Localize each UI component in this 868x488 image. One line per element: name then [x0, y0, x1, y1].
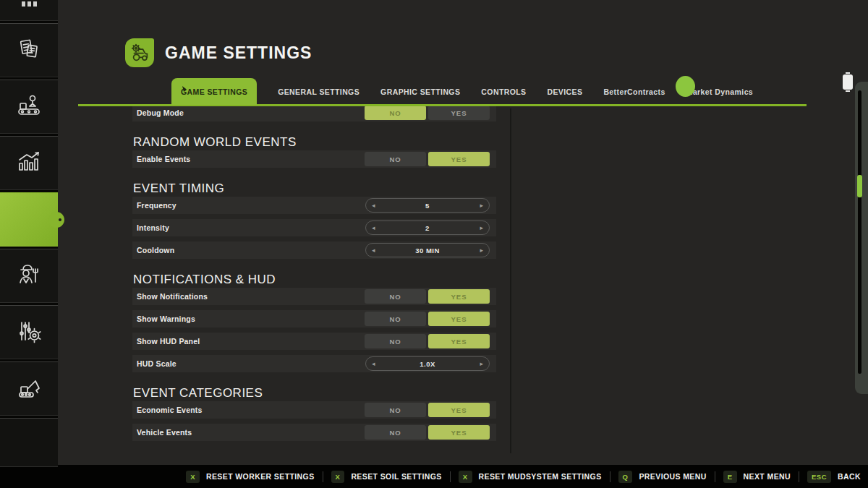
stepper-decrease-icon[interactable]: ◂ [372, 356, 375, 371]
setting-label: Frequency [137, 201, 176, 210]
sidebar-item-excavator[interactable] [0, 361, 58, 416]
stepper-value: 30 MIN [415, 247, 440, 254]
sidebar-item-farmer[interactable] [0, 249, 58, 303]
settings-row[interactable]: Cooldown◂30 MIN▸ [132, 241, 496, 259]
value-stepper: ◂2▸ [365, 221, 490, 235]
settings-row[interactable]: Frequency◂5▸ [132, 197, 496, 214]
settings-row[interactable]: Show WarningsNOYES [132, 310, 496, 328]
stepper-value: 5 [425, 202, 430, 210]
setting-label: Show HUD Panel [137, 337, 200, 346]
sidebar-item-menu-fragment[interactable] [0, 0, 58, 21]
action-previous-menu[interactable]: QPREVIOUS MENU [618, 471, 707, 483]
active-marker-dot [59, 218, 61, 221]
stepper-control: ◂2▸ [365, 221, 490, 235]
excavator-icon [13, 372, 45, 406]
toggle-control: NOYES [365, 312, 490, 326]
sidebar-item-active[interactable] [0, 192, 58, 247]
stepper-control: ◂30 MIN▸ [365, 243, 490, 257]
stepper-increase-icon[interactable]: ▸ [480, 356, 483, 371]
tractor-gear-icon [125, 38, 154, 67]
documents-icon [13, 33, 45, 68]
toggle-no-button[interactable]: NO [365, 312, 426, 326]
toggle-no-button[interactable]: NO [365, 152, 426, 166]
production-icon [13, 90, 45, 124]
stepper-decrease-icon[interactable]: ◂ [372, 198, 375, 213]
action-reset-soil-settings[interactable]: XRESET SOIL SETTINGS [331, 471, 442, 483]
value-stepper: ◂5▸ [365, 198, 490, 213]
stepper-decrease-icon[interactable]: ◂ [372, 243, 375, 257]
action-back[interactable]: ESCBACK [807, 471, 861, 483]
toggle-control: NOYES [365, 289, 490, 304]
edge-scrollbar-thumb[interactable] [857, 175, 862, 197]
panel-scrollbar[interactable] [510, 108, 511, 453]
settings-row[interactable]: Economic EventsNOYES [132, 401, 496, 419]
sidebar-item-statistics[interactable] [0, 136, 58, 190]
stepper-increase-icon[interactable]: ▸ [480, 221, 483, 235]
section-header: RANDOM WORLD EVENTS [133, 134, 496, 150]
toggle-yes-button[interactable]: YES [428, 334, 490, 348]
action-label: RESET WORKER SETTINGS [206, 472, 315, 481]
toggle-yes-button[interactable]: YES [428, 106, 490, 120]
tab-devices[interactable]: DEVICES [547, 87, 582, 96]
statistics-icon [13, 146, 45, 181]
settings-row[interactable]: Vehicle EventsNOYES [132, 424, 496, 441]
toggle-no-button[interactable]: NO [365, 289, 426, 304]
sidebar [0, 0, 58, 465]
stepper-increase-icon[interactable]: ▸ [480, 243, 483, 257]
divider [799, 471, 799, 482]
stepper-value: 2 [425, 224, 430, 232]
action-label: BACK [838, 472, 861, 481]
tab-general-settings[interactable]: GENERAL SETTINGS [278, 87, 359, 96]
farmer-icon [13, 259, 45, 294]
divider [323, 471, 323, 482]
tab-graphic-settings[interactable]: GRAPHIC SETTINGS [380, 87, 460, 96]
action-next-menu[interactable]: ENEXT MENU [723, 471, 791, 483]
key-badge: X [331, 471, 345, 483]
toggle-yes-button[interactable]: YES [428, 403, 490, 417]
toggle-yes-button[interactable]: YES [428, 312, 490, 326]
toggle-yes-button[interactable]: YES [428, 425, 490, 440]
setting-label: Enable Events [137, 155, 190, 163]
settings-row[interactable]: Intensity◂2▸ [132, 219, 496, 236]
tab-market-dynamics[interactable]: Market Dynamics [686, 87, 753, 96]
settings-panel: Debug ModeNOYESRANDOM WORLD EVENTSEnable… [132, 106, 496, 460]
tab-bettercontracts[interactable]: BetterContracts [603, 87, 665, 96]
page-title: GAME SETTINGS [165, 43, 312, 63]
tab-game-settings[interactable]: GAME SETTINGS [171, 78, 257, 105]
stepper-value: 1.0X [420, 360, 435, 368]
action-reset-mudsystem-settings[interactable]: XRESET MUDSYSTEM SETTINGS [459, 471, 602, 483]
toggle-control: NOYES [365, 106, 490, 120]
toggle-control: NOYES [365, 152, 490, 166]
divider [715, 471, 715, 482]
sidebar-item-production[interactable] [0, 80, 58, 134]
toggle-no-button[interactable]: NO [365, 425, 426, 440]
value-stepper: ◂1.0X▸ [365, 356, 490, 371]
divider [450, 471, 451, 482]
toggle-control: NOYES [365, 403, 490, 417]
action-reset-worker-settings[interactable]: XRESET WORKER SETTINGS [186, 471, 314, 483]
toggle-no-button[interactable]: NO [365, 403, 426, 417]
settings-row[interactable]: Debug ModeNOYES [132, 106, 496, 121]
toggle-yes-button[interactable]: YES [428, 152, 490, 166]
sidebar-item-empty[interactable] [0, 418, 58, 467]
bottom-action-bar: XRESET WORKER SETTINGSXRESET SOIL SETTIN… [0, 465, 868, 488]
setting-label: Show Notifications [137, 292, 208, 301]
settings-row[interactable]: Enable EventsNOYES [132, 150, 496, 168]
edge-scrollbar-track[interactable] [858, 90, 861, 374]
toggle-yes-button[interactable]: YES [428, 289, 490, 304]
settings-row[interactable]: Show NotificationsNOYES [132, 288, 496, 305]
stepper-increase-icon[interactable]: ▸ [480, 198, 483, 213]
stepper-decrease-icon[interactable]: ◂ [372, 221, 375, 235]
settings-row[interactable]: Show HUD PanelNOYES [132, 333, 496, 350]
sidebar-item-tuning-gear[interactable] [0, 305, 58, 359]
setting-label: Show Warnings [137, 314, 195, 323]
toggle-no-button[interactable]: NO [365, 106, 426, 120]
tab-controls[interactable]: CONTROLS [481, 87, 526, 96]
scroll-position-indicator-icon [843, 74, 853, 90]
settings-row[interactable]: HUD Scale◂1.0X▸ [132, 355, 496, 372]
toggle-no-button[interactable]: NO [365, 334, 426, 348]
toggle-control: NOYES [365, 425, 490, 440]
key-badge: ESC [807, 471, 831, 483]
sidebar-item-documents[interactable] [0, 23, 58, 77]
setting-label: Cooldown [137, 246, 174, 254]
